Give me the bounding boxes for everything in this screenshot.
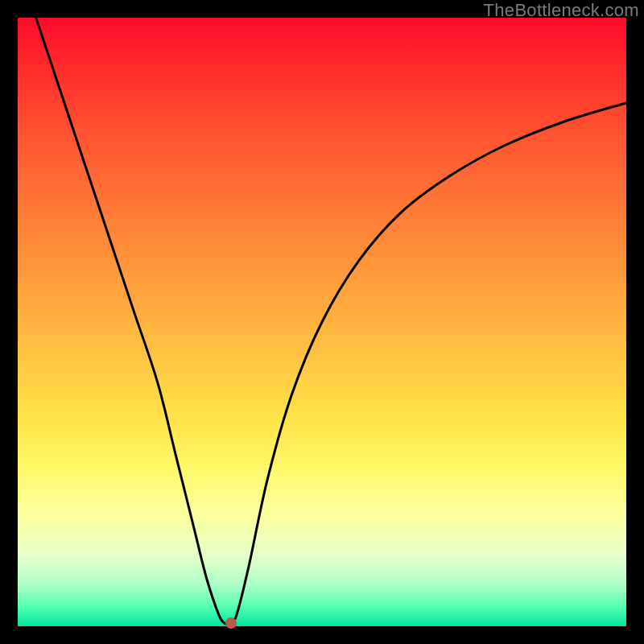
bottleneck-curve [18,18,626,626]
minimum-marker [225,617,237,629]
chart-frame: TheBottleneck.com [0,0,644,644]
plot-area [18,18,626,626]
watermark-text: TheBottleneck.com [484,0,639,21]
